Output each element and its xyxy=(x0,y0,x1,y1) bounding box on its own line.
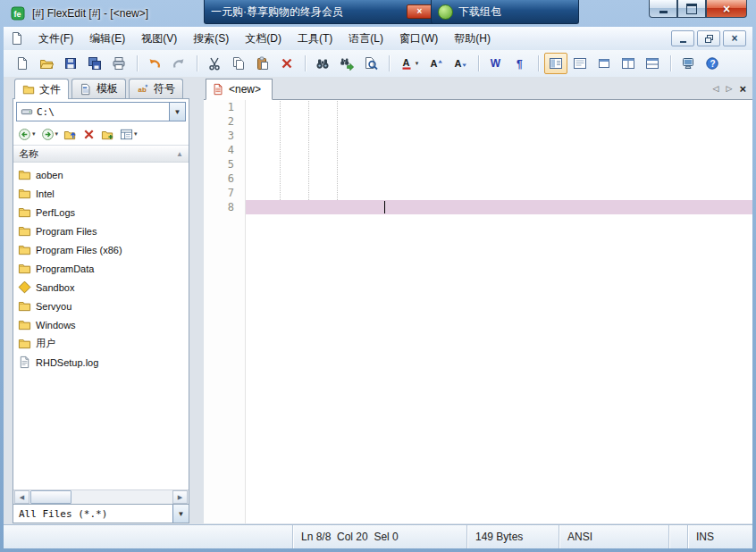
menu-window[interactable]: 窗口(W) xyxy=(391,27,446,51)
menubar: 文件(F) 编辑(E) 视图(V) 搜索(S) 文档(D) 工具(T) 语言(L… xyxy=(4,27,752,51)
file-list-item[interactable]: Intel xyxy=(13,184,189,203)
new-folder-button[interactable] xyxy=(99,126,116,143)
document-tab[interactable]: <new> xyxy=(206,79,273,100)
close-icon[interactable]: × xyxy=(407,4,433,19)
chevron-down-icon[interactable]: ▼ xyxy=(169,103,185,121)
background-window[interactable]: 一元购·尊享购物的终身会员 × xyxy=(204,0,440,24)
views-button[interactable]: ▾ xyxy=(118,126,139,143)
delete-file-button[interactable] xyxy=(80,126,97,143)
window-controls: × xyxy=(649,0,747,18)
font-increase-button[interactable] xyxy=(424,53,448,74)
line-number: 6 xyxy=(204,171,245,186)
drive-selector[interactable]: C:\ ▼ xyxy=(16,102,186,121)
file-list-item[interactable]: Sandbox xyxy=(13,278,189,297)
scrollbar-thumb[interactable] xyxy=(30,490,71,504)
file-list-item[interactable]: PerfLogs xyxy=(13,203,189,222)
document-tab-label: <new> xyxy=(229,83,261,96)
chevron-down-icon[interactable]: ▼ xyxy=(172,505,189,523)
file-list-item[interactable]: aoben xyxy=(13,165,189,184)
delete-x-icon xyxy=(280,56,294,71)
open-file-button[interactable] xyxy=(35,53,58,74)
forward-button[interactable]: ▾ xyxy=(39,126,61,143)
word-wrap-button[interactable] xyxy=(484,53,508,74)
editor-text-area[interactable]: 1 2 3 4 5 6 7 8 xyxy=(204,100,752,523)
next-tab-icon[interactable]: ▷ xyxy=(726,85,732,93)
print-button[interactable] xyxy=(107,53,130,74)
menu-search[interactable]: 搜索(S) xyxy=(185,27,237,51)
menu-view[interactable]: 视图(V) xyxy=(133,27,185,51)
horizontal-scrollbar[interactable]: ◀ ▶ xyxy=(13,489,189,504)
copy-button[interactable] xyxy=(227,53,250,74)
minimize-button[interactable] xyxy=(649,0,677,18)
indent-guide xyxy=(308,101,309,200)
line-number: 8 xyxy=(204,200,245,214)
toggle-file-panel-button[interactable] xyxy=(544,53,567,74)
find-in-files-button[interactable] xyxy=(359,53,382,74)
mdi-close-button[interactable]: × xyxy=(723,30,746,46)
file-list-item[interactable]: Program Files xyxy=(13,222,189,240)
background-window-title: 下载组包 xyxy=(458,4,501,20)
split-vertical-button[interactable] xyxy=(641,53,664,74)
mdi-minimize-button[interactable] xyxy=(671,30,694,46)
tab-symbols[interactable]: 符号 xyxy=(129,79,183,98)
file-doc-icon xyxy=(18,355,31,369)
split-horizontal-button[interactable] xyxy=(617,53,640,74)
find-button[interactable] xyxy=(311,53,334,74)
maximize-button[interactable] xyxy=(677,0,706,18)
list-column-header[interactable]: 名称 ▲ xyxy=(13,145,189,163)
scroll-right-icon[interactable]: ▶ xyxy=(172,490,188,504)
file-list-item[interactable]: 用户 xyxy=(13,334,189,353)
chevron-down-icon: ▾ xyxy=(416,60,419,67)
parent-folder-button[interactable] xyxy=(62,126,79,143)
file-label: Windows xyxy=(36,320,76,330)
show-symbols-button[interactable] xyxy=(508,53,532,74)
new-window-button[interactable] xyxy=(592,53,616,74)
font-decrease-button[interactable] xyxy=(449,53,472,74)
floppy-icon xyxy=(63,56,78,71)
scroll-left-icon[interactable]: ◀ xyxy=(14,490,29,504)
menu-help[interactable]: 帮助(H) xyxy=(446,27,499,51)
redo-button[interactable] xyxy=(167,53,190,74)
tab-templates[interactable]: 模板 xyxy=(71,79,126,98)
titlebar[interactable]: [#] FlexEdit [#] - [<new>] 一元购·尊享购物的终身会员… xyxy=(0,0,756,27)
redo-icon xyxy=(172,56,186,71)
file-filter-selector[interactable]: All Files (*.*) ▼ xyxy=(13,504,189,523)
menu-document[interactable]: 文档(D) xyxy=(237,27,290,51)
background-window[interactable]: 下载组包 xyxy=(431,0,579,24)
new-file-button[interactable] xyxy=(11,53,34,74)
back-button[interactable]: ▾ xyxy=(16,126,38,143)
folder-icon xyxy=(18,243,31,256)
font-increase-icon xyxy=(429,56,443,71)
computer-button[interactable] xyxy=(676,53,700,74)
file-list-item[interactable]: RHDSetup.log xyxy=(13,353,189,372)
statusbar-spacer xyxy=(668,525,687,548)
file-list-item[interactable]: Program Files (x86) xyxy=(13,240,189,259)
paste-button[interactable] xyxy=(251,53,274,74)
file-list-item[interactable]: ProgramData xyxy=(13,259,189,278)
save-all-button[interactable] xyxy=(83,53,106,74)
previous-tab-icon[interactable]: ◁ xyxy=(713,85,719,93)
file-list-item[interactable]: Windows xyxy=(13,315,189,334)
file-label: Program Files (x86) xyxy=(36,245,122,255)
toggle-document-panel-button[interactable] xyxy=(568,53,592,74)
mdi-restore-button[interactable] xyxy=(697,30,720,46)
tab-files[interactable]: 文件 xyxy=(14,79,69,99)
help-button[interactable] xyxy=(701,53,724,74)
maximize-icon xyxy=(686,4,697,14)
file-list-item[interactable]: Servyou xyxy=(13,297,189,315)
delete-button[interactable] xyxy=(275,53,298,74)
menu-tools[interactable]: 工具(T) xyxy=(290,27,340,51)
find-next-button[interactable] xyxy=(335,53,358,74)
font-style-button[interactable]: ▾ xyxy=(395,53,424,74)
document-icon xyxy=(212,83,224,96)
undo-button[interactable] xyxy=(143,53,166,74)
menu-edit[interactable]: 编辑(E) xyxy=(81,27,133,51)
file-label: PerfLogs xyxy=(36,207,75,218)
line-number-gutter[interactable]: 1 2 3 4 5 6 7 8 xyxy=(204,100,246,523)
close-button[interactable]: × xyxy=(706,0,747,18)
close-tab-icon[interactable]: × xyxy=(739,83,746,95)
menu-file[interactable]: 文件(F) xyxy=(30,27,81,51)
cut-button[interactable] xyxy=(203,53,226,74)
save-button[interactable] xyxy=(59,53,82,74)
menu-language[interactable]: 语言(L) xyxy=(340,27,391,51)
